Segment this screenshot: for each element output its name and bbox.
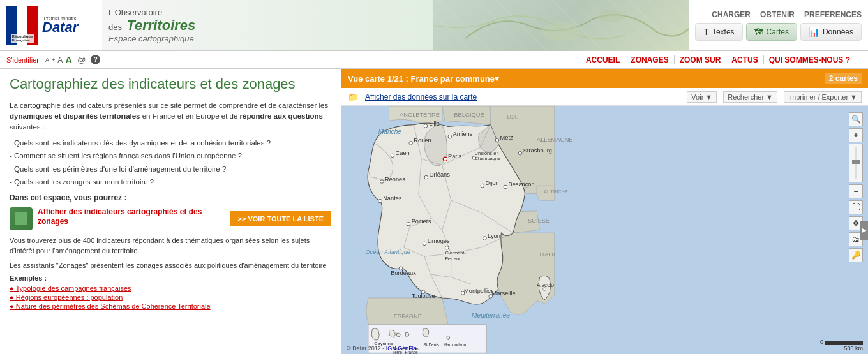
scale-line bbox=[825, 341, 863, 345]
nav-zoom-sur[interactable]: ZOOM SUR bbox=[675, 55, 727, 64]
cartes-label: Cartes bbox=[767, 27, 789, 36]
nav-zonages[interactable]: ZONAGES bbox=[625, 55, 674, 64]
svg-point-40 bbox=[407, 222, 410, 226]
svg-point-37 bbox=[481, 184, 484, 188]
map-svg[interactable]: Lille Amiens Metz Strasbourg Rouen Caen … bbox=[341, 106, 868, 354]
city-marseille: Marseille bbox=[492, 290, 516, 297]
map-title[interactable]: Vue carte 1/21 : France par commune▾ bbox=[348, 74, 499, 84]
example-2[interactable]: ● Régions européennes : population bbox=[10, 293, 331, 301]
cartes-button[interactable]: 🗺 Cartes bbox=[746, 23, 797, 41]
legend-icon: 🔑 bbox=[851, 251, 861, 260]
svg-point-41 bbox=[423, 242, 426, 246]
city-lyon: Lyon bbox=[488, 233, 500, 239]
scale-bar: 0 500 km bbox=[820, 339, 863, 351]
obs-subtitle: Espace cartographique bbox=[108, 34, 427, 43]
overseas-mamoudzou: Mamoudzou bbox=[444, 343, 467, 347]
svg-point-28 bbox=[448, 135, 452, 138]
afficher-donnees-link[interactable]: Afficher des données sur la carte bbox=[365, 92, 477, 101]
top-header: RépubliqueFrançaise Premier ministre Dat… bbox=[0, 0, 868, 51]
obs-title: L'Observatoire bbox=[108, 8, 427, 17]
font-medium-btn[interactable]: A bbox=[57, 55, 63, 64]
svg-point-0 bbox=[542, 22, 580, 41]
fullscreen-icon: ⛶ bbox=[852, 203, 860, 212]
map-container[interactable]: Lille Amiens Metz Strasbourg Rouen Caen … bbox=[341, 106, 868, 354]
rechercher-btn[interactable]: Rechercher ▼ bbox=[723, 91, 777, 103]
feature-desc2: Les assistants "Zonages" présentent les … bbox=[10, 260, 331, 271]
font-small-btn[interactable]: A bbox=[45, 57, 49, 63]
textes-button[interactable]: T Textes bbox=[695, 23, 742, 41]
minus-icon: − bbox=[853, 187, 858, 196]
svg-point-32 bbox=[391, 154, 394, 158]
example-1[interactable]: ● Typologie des campagnes françaises bbox=[10, 284, 331, 292]
map-right-toggle[interactable]: ▶ bbox=[860, 221, 868, 240]
zoom-plus-button[interactable]: + bbox=[849, 128, 863, 142]
city-orleans: Orléans bbox=[429, 172, 450, 178]
svg-point-43 bbox=[483, 237, 487, 240]
scale-zero: 0 bbox=[820, 339, 823, 345]
action-buttons: T Textes 🗺 Cartes 📊 Données bbox=[695, 23, 862, 41]
legend-button[interactable]: 🔑 bbox=[849, 248, 863, 262]
preferences-nav-btn[interactable]: PREFERENCES bbox=[804, 10, 862, 19]
font-large-btn[interactable]: A bbox=[65, 54, 72, 65]
textes-label: Textes bbox=[712, 27, 735, 36]
city-poitiers: Poitiers bbox=[412, 218, 431, 225]
left-panel: Cartographiez des indicateurs et des zon… bbox=[0, 69, 341, 354]
donnees-icon: 📊 bbox=[809, 27, 819, 37]
imprimer-btn[interactable]: Imprimer / Exporter ▼ bbox=[784, 91, 862, 103]
map-count: 2 cartes bbox=[825, 73, 862, 84]
map-icon bbox=[15, 212, 27, 225]
gov-text: RépubliqueFrançaise bbox=[11, 34, 34, 43]
donnees-button[interactable]: 📊 Données bbox=[800, 23, 862, 41]
voir-toute-liste-button[interactable]: >> VOIR TOUTE LA LISTE bbox=[230, 211, 331, 226]
nav-accueil[interactable]: ACCUEIL bbox=[581, 55, 625, 64]
city-bordeaux: Bordeaux bbox=[391, 270, 416, 276]
svg-point-38 bbox=[504, 185, 507, 189]
footer-ign-link[interactable]: IGN bbox=[386, 345, 396, 351]
observatoire-area: L'Observatoire des Territoires Espace ca… bbox=[102, 0, 433, 50]
footer-copyright: © Datar 2012 - bbox=[347, 345, 384, 351]
charger-nav-btn[interactable]: CHARGER bbox=[712, 10, 751, 19]
feature-link[interactable]: Afficher des indicateurs cartographiés e… bbox=[38, 207, 225, 227]
scale-label: 500 km bbox=[844, 345, 863, 351]
auth-link[interactable]: S'identifier bbox=[6, 56, 39, 64]
question-2: - Comment se situent les régions françai… bbox=[10, 151, 331, 161]
zoom-minus-button[interactable]: − bbox=[849, 184, 863, 198]
obtenir-nav-btn[interactable]: OBTENIR bbox=[760, 10, 795, 19]
example-3[interactable]: ● Nature des périmètres des Schémas de C… bbox=[10, 302, 331, 310]
gov-logo: RépubliqueFrançaise bbox=[6, 6, 38, 45]
overseas-st-denis: St-Denis bbox=[423, 343, 439, 347]
font-plus-btn[interactable]: + bbox=[52, 57, 55, 63]
email-icon[interactable]: @ bbox=[77, 55, 86, 64]
map-header: Vue carte 1/21 : France par commune▾ 2 c… bbox=[341, 69, 868, 88]
voir-btn[interactable]: Voir ▼ bbox=[687, 91, 717, 103]
rechercher-chevron: ▼ bbox=[766, 93, 773, 101]
imprimer-label: Imprimer / Exporter bbox=[788, 93, 848, 101]
feature-icon bbox=[10, 207, 33, 230]
obs-territories-row: des Territoires bbox=[108, 17, 427, 34]
logo-area: RépubliqueFrançaise Premier ministre Dat… bbox=[0, 0, 102, 50]
header-map-bg bbox=[433, 0, 689, 51]
footer-geofla-link[interactable]: GéoFla bbox=[398, 345, 417, 351]
secondary-nav: S'identifier A + A A @ ? ACCUEIL ZONAGES… bbox=[0, 51, 868, 69]
zoom-in-button[interactable]: 🔍 bbox=[849, 112, 863, 126]
city-rouen: Rouen bbox=[414, 137, 431, 144]
fullscreen-button[interactable]: ⛶ bbox=[849, 200, 863, 214]
nav-actus[interactable]: ACTUS bbox=[726, 55, 763, 64]
help-icon[interactable]: ? bbox=[91, 55, 100, 64]
city-ajaccio: Ajaccio bbox=[537, 282, 554, 288]
city-limoges: Limoges bbox=[428, 238, 450, 244]
sea-ocean: Océan Atlantique bbox=[365, 249, 410, 255]
zoom-slider[interactable] bbox=[849, 144, 863, 182]
donnees-label: Données bbox=[823, 27, 853, 36]
nav-qui-sommes-nous[interactable]: QUI SOMMES-NOUS ? bbox=[764, 55, 855, 64]
content-area: Cartographiez des indicateurs et des zon… bbox=[0, 69, 868, 354]
city-amiens: Amiens bbox=[453, 131, 472, 137]
country-autriche: AUTRICHE bbox=[544, 189, 568, 195]
zoom-in-icon: 🔍 bbox=[851, 115, 861, 124]
datar-logo: Premier ministre Datar bbox=[42, 16, 78, 34]
zoom-handle[interactable] bbox=[852, 160, 860, 164]
city-strasbourg: Strasbourg bbox=[523, 147, 552, 154]
svg-point-31 bbox=[409, 142, 413, 145]
svg-point-27 bbox=[424, 124, 428, 128]
question-1: - Quels sont les indicateurs clés des dy… bbox=[10, 138, 331, 148]
